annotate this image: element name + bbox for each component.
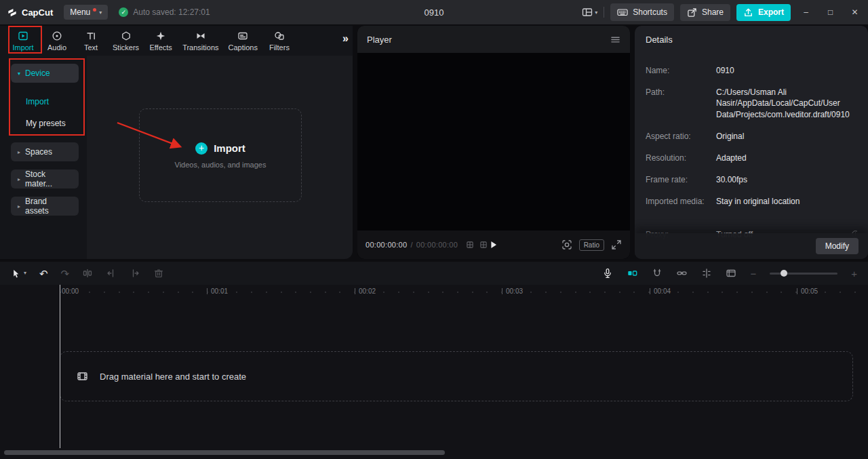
detail-value: Stay in original location (716, 196, 857, 207)
play-button[interactable] (490, 240, 498, 250)
tabbar-fade (321, 26, 353, 56)
layout-switch-button[interactable]: ▾ (582, 7, 597, 18)
autosave-status: ✓ Auto saved: 12:27:01 (119, 7, 210, 17)
menu-label: Menu (70, 7, 90, 17)
player-viewport[interactable]: 00:00:00:00 / 00:00:00:00 Ratio (357, 53, 630, 259)
tab-stickers[interactable]: Stickers (113, 30, 139, 52)
share-icon (687, 7, 697, 18)
redo-button[interactable]: ↷ (61, 268, 70, 279)
tab-label: Stickers (113, 43, 139, 52)
timeline-zoom-slider[interactable] (770, 273, 837, 275)
layout-grid-icon (582, 7, 593, 18)
modify-button[interactable]: Modify (816, 238, 859, 254)
grid-icon-2[interactable] (479, 241, 488, 249)
render-preview-toggle[interactable] (726, 268, 736, 279)
export-icon (743, 7, 753, 18)
player-title: Player (367, 35, 392, 45)
fullscreen-icon[interactable] (611, 239, 622, 250)
timeline-dropzone[interactable]: Drag material here and start to create (60, 351, 853, 401)
player-panel: Player 00:00:00:00 / 00:00:00:00 (357, 26, 630, 259)
tab-captions[interactable]: Captions (229, 30, 258, 52)
grid-icon-1[interactable] (466, 241, 474, 249)
zoom-slider-handle[interactable] (781, 270, 787, 277)
export-button[interactable]: Export (736, 4, 791, 21)
sidebar-item-stock-material[interactable]: ▸ Stock mater... (11, 169, 79, 188)
delete-button[interactable] (153, 268, 164, 279)
detail-row-aspect-ratio: Aspect ratio: Original (646, 131, 857, 142)
delete-left-button[interactable] (106, 268, 117, 279)
undo-button[interactable]: ↶ (39, 268, 48, 279)
auto-snap-toggle[interactable] (652, 268, 663, 279)
zoom-out-button[interactable]: − (750, 268, 756, 279)
minimize-button[interactable]: – (797, 7, 815, 17)
plus-icon: + (195, 142, 208, 155)
playhead[interactable] (60, 285, 60, 448)
timeline-ruler[interactable]: 00:00 00:01 00:02 00:03 00:04 00:05 (0, 285, 868, 298)
timecode: 00:00:00:00 / 00:00:00:00 (366, 241, 458, 249)
titlebar: CapCut Menu ▾ ✓ Auto saved: 12:27:01 091… (0, 0, 868, 24)
ruler-tick (650, 288, 650, 294)
media-tabbar: Import Audio Text Stickers (0, 26, 353, 56)
detail-value: C:/Users/Usman Ali Nasir/AppData/Local/C… (716, 87, 857, 120)
capcut-app: CapCut Menu ▾ ✓ Auto saved: 12:27:01 091… (0, 0, 868, 459)
media-track-icon (77, 371, 88, 382)
record-voiceover-button[interactable] (602, 268, 613, 279)
detail-row-path: Path: C:/Users/Usman Ali Nasir/AppData/L… (646, 87, 857, 120)
tab-audio[interactable]: Audio (45, 30, 69, 52)
ruler-tick (355, 288, 355, 294)
transitions-icon (195, 30, 206, 41)
autosave-text: Auto saved: 12:27:01 (133, 7, 210, 17)
delete-right-button[interactable] (130, 268, 140, 279)
more-tabs-button[interactable]: » (342, 33, 347, 45)
sidebar-item-spaces[interactable]: ▸ Spaces (11, 142, 79, 161)
filters-icon (274, 30, 285, 41)
horizontal-scrollbar[interactable] (4, 450, 445, 455)
preview-axis-toggle[interactable] (701, 268, 712, 279)
ruler-label: 00:05 (801, 287, 818, 295)
tab-label: Text (84, 43, 98, 52)
chevron-down-icon: ▾ (99, 9, 102, 16)
split-button[interactable] (82, 268, 93, 279)
sidebar-item-label: Device (25, 68, 50, 78)
close-button[interactable]: ✕ (846, 7, 864, 17)
import-box-title: Import (214, 142, 245, 154)
tab-transitions[interactable]: Transitions (182, 30, 218, 52)
share-button[interactable]: Share (680, 4, 730, 21)
sidebar-item-my-presets[interactable]: My presets (11, 113, 79, 134)
sticker-icon (121, 30, 132, 41)
menu-button[interactable]: Menu ▾ (64, 5, 108, 20)
chevron-right-icon: ▸ (18, 203, 20, 209)
timecode-total: 00:00:00:00 (416, 241, 458, 249)
shortcuts-label: Shortcuts (633, 7, 667, 17)
shortcuts-button[interactable]: Shortcuts (610, 3, 674, 21)
share-label: Share (702, 7, 724, 17)
capcut-logo-icon (7, 7, 18, 18)
tab-filters[interactable]: Filters (267, 30, 292, 52)
detail-row-imported-media: Imported media: Stay in original locatio… (646, 196, 857, 207)
ruler-tick (207, 288, 208, 294)
detail-row-frame-rate: Frame rate: 30.00fps (646, 174, 857, 185)
preview-focus-icon[interactable] (561, 239, 572, 250)
maximize-button[interactable]: □ (821, 7, 840, 17)
ratio-button[interactable]: Ratio (579, 239, 604, 251)
select-tool-button[interactable]: ▾ (11, 268, 26, 279)
linking-toggle[interactable] (676, 268, 688, 279)
chevron-right-icon: ▸ (18, 149, 20, 155)
sidebar-item-brand-assets[interactable]: ▸ Brand assets (11, 197, 79, 216)
tab-label: Import (12, 43, 33, 52)
sidebar-item-import[interactable]: Import (11, 91, 79, 113)
detail-row-resolution: Resolution: Adapted (646, 153, 857, 163)
tab-text[interactable]: Text (79, 30, 103, 52)
notification-dot (93, 8, 96, 12)
ruler-label: 00:00 (62, 287, 79, 295)
player-controls-bar: 00:00:00:00 / 00:00:00:00 Ratio (357, 231, 630, 259)
import-dropzone[interactable]: + Import Videos, audios, and images (139, 108, 302, 202)
tab-label: Filters (269, 43, 290, 52)
player-menu-icon[interactable] (610, 35, 620, 45)
main-track-magnet-toggle[interactable] (627, 268, 638, 279)
zoom-in-button[interactable]: + (851, 268, 857, 279)
tab-effects[interactable]: Effects (149, 30, 173, 52)
sidebar-item-device[interactable]: ▾ Device (11, 64, 79, 83)
details-title: Details (635, 26, 868, 53)
tab-import[interactable]: Import (11, 30, 35, 52)
